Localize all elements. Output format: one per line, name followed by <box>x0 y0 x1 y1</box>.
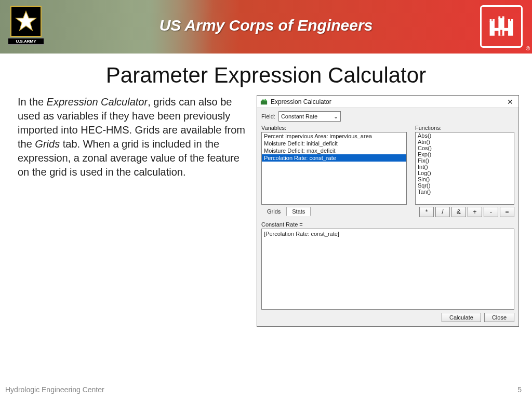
list-item[interactable]: Sqr() <box>416 182 514 189</box>
expression-textarea[interactable]: [Percolation Rate: const_rate] <box>261 229 514 310</box>
army-star-icon <box>10 6 42 37</box>
op-minus-button[interactable]: - <box>484 207 498 217</box>
svg-rect-4 <box>490 19 492 22</box>
list-item[interactable]: Tan() <box>416 189 514 195</box>
field-label: Field: <box>261 113 275 119</box>
functions-label: Functions: <box>415 125 514 131</box>
svg-rect-7 <box>502 16 504 19</box>
list-item[interactable]: Sin() <box>416 176 514 182</box>
footer-left: Hydrologic Engineering Center <box>5 385 104 394</box>
body-paragraph: In the Expression Calculator, grids can … <box>18 95 246 327</box>
list-item[interactable]: Moisture Deficit: initial_deficit <box>262 140 406 147</box>
page-title: Parameter Expression Calculator <box>0 63 532 88</box>
list-item[interactable]: Moisture Deficit: max_deficit <box>262 147 406 154</box>
usace-castle-icon <box>480 5 523 48</box>
svg-rect-9 <box>511 19 513 22</box>
op-divide-button[interactable]: / <box>435 207 450 217</box>
svg-rect-10 <box>494 28 499 31</box>
functions-listbox[interactable]: Abs() Atn() Cos() Exp() Fix() Int() Log(… <box>415 132 514 205</box>
svg-rect-8 <box>508 19 510 22</box>
list-item[interactable]: Abs() <box>416 132 514 139</box>
list-item[interactable]: Fix() <box>416 157 514 164</box>
expression-label: Constant Rate = <box>261 221 514 228</box>
svg-rect-11 <box>503 28 509 31</box>
list-item[interactable]: Log() <box>416 170 514 176</box>
header-banner: U.S.ARMY US Army Corps of Engineers ® <box>0 0 532 54</box>
op-plus-button[interactable]: + <box>468 207 482 217</box>
svg-marker-0 <box>16 11 36 31</box>
list-item[interactable]: Cos() <box>416 145 514 151</box>
dialog-title: Expression Calculator <box>271 98 505 105</box>
svg-rect-12 <box>500 30 502 36</box>
army-label: U.S.ARMY <box>8 38 44 45</box>
registered-mark: ® <box>526 45 530 51</box>
banner-title: US Army Corps of Engineers <box>159 17 373 34</box>
app-icon <box>260 98 268 105</box>
close-icon[interactable]: ✕ <box>505 98 515 106</box>
list-item[interactable]: Atn() <box>416 139 514 145</box>
op-equals-button[interactable]: = <box>500 207 514 217</box>
expression-calculator-dialog: Expression Calculator ✕ Field: Constant … <box>257 95 519 327</box>
op-multiply-button[interactable]: * <box>419 207 434 217</box>
tab-grids[interactable]: Grids <box>261 207 286 216</box>
svg-rect-13 <box>261 101 267 104</box>
tab-stats[interactable]: Stats <box>286 207 311 216</box>
list-item[interactable]: Exp() <box>416 151 514 157</box>
svg-rect-6 <box>498 16 500 19</box>
us-army-logo: U.S.ARMY <box>8 6 44 48</box>
svg-rect-5 <box>493 19 495 22</box>
op-concat-button[interactable]: & <box>451 207 466 217</box>
list-item[interactable]: Percolation Rate: const_rate <box>262 154 406 162</box>
variables-listbox[interactable]: Percent Impervious Area: impervious_area… <box>261 132 407 205</box>
svg-marker-15 <box>263 98 267 100</box>
calculate-button[interactable]: Calculate <box>442 313 481 322</box>
chevron-down-icon: ⌄ <box>334 113 338 120</box>
page-number: 5 <box>517 385 522 394</box>
variables-label: Variables: <box>261 125 407 131</box>
list-item[interactable]: Int() <box>416 164 514 170</box>
dialog-titlebar: Expression Calculator ✕ <box>257 96 518 108</box>
list-item[interactable]: Percent Impervious Area: impervious_area <box>262 132 406 140</box>
field-select[interactable]: Constant Rate ⌄ <box>278 111 341 122</box>
close-button[interactable]: Close <box>484 313 514 322</box>
